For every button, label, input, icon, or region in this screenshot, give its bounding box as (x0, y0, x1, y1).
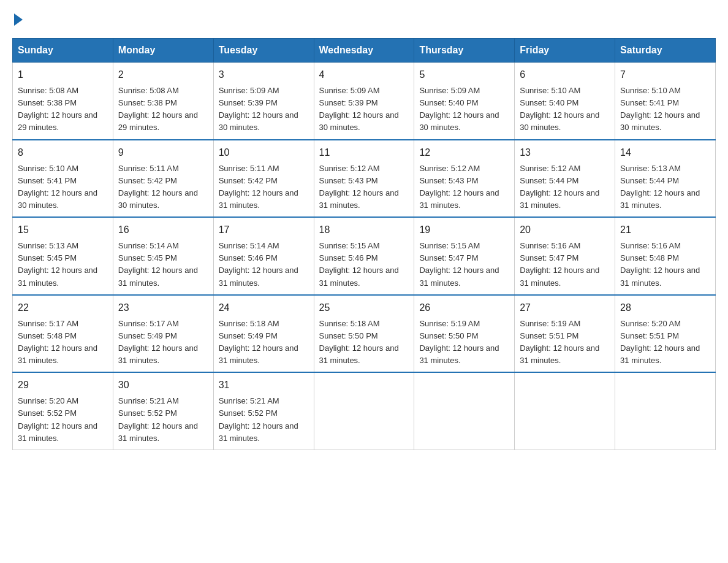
day-info: Sunrise: 5:11 AMSunset: 5:42 PMDaylight:… (118, 164, 198, 210)
page-header (12, 12, 716, 26)
header-wednesday: Wednesday (314, 39, 414, 63)
day-cell: 20 Sunrise: 5:16 AMSunset: 5:47 PMDaylig… (515, 217, 615, 295)
day-number: 12 (419, 145, 509, 160)
day-cell: 22 Sunrise: 5:17 AMSunset: 5:48 PMDaylig… (13, 295, 113, 373)
day-info: Sunrise: 5:21 AMSunset: 5:52 PMDaylight:… (219, 396, 298, 442)
day-number: 4 (319, 67, 409, 82)
day-cell: 9 Sunrise: 5:11 AMSunset: 5:42 PMDayligh… (113, 140, 213, 218)
day-cell: 15 Sunrise: 5:13 AMSunset: 5:45 PMDaylig… (13, 217, 113, 295)
day-number: 30 (118, 378, 208, 393)
day-number: 28 (620, 301, 710, 315)
day-cell: 19 Sunrise: 5:15 AMSunset: 5:47 PMDaylig… (414, 217, 515, 295)
day-info: Sunrise: 5:19 AMSunset: 5:51 PMDaylight:… (520, 319, 599, 365)
day-info: Sunrise: 5:15 AMSunset: 5:47 PMDaylight:… (419, 241, 499, 287)
day-cell: 29 Sunrise: 5:20 AMSunset: 5:52 PMDaylig… (13, 372, 113, 450)
day-number: 25 (319, 301, 409, 315)
week-row-2: 8 Sunrise: 5:10 AMSunset: 5:41 PMDayligh… (13, 140, 716, 218)
day-cell: 28 Sunrise: 5:20 AMSunset: 5:51 PMDaylig… (615, 295, 716, 373)
day-cell: 10 Sunrise: 5:11 AMSunset: 5:42 PMDaylig… (213, 140, 314, 218)
day-info: Sunrise: 5:10 AMSunset: 5:41 PMDaylight:… (18, 164, 97, 210)
header-row: SundayMondayTuesdayWednesdayThursdayFrid… (13, 39, 716, 63)
header-tuesday: Tuesday (213, 39, 314, 63)
day-cell: 16 Sunrise: 5:14 AMSunset: 5:45 PMDaylig… (113, 217, 213, 295)
day-cell: 4 Sunrise: 5:09 AMSunset: 5:39 PMDayligh… (314, 63, 414, 140)
header-friday: Friday (515, 39, 615, 63)
day-number: 16 (118, 223, 208, 237)
day-number: 21 (620, 223, 710, 237)
day-info: Sunrise: 5:12 AMSunset: 5:44 PMDaylight:… (520, 164, 599, 210)
day-info: Sunrise: 5:12 AMSunset: 5:43 PMDaylight:… (419, 164, 499, 210)
day-number: 13 (520, 145, 610, 160)
header-thursday: Thursday (414, 39, 515, 63)
week-row-1: 1 Sunrise: 5:08 AMSunset: 5:38 PMDayligh… (13, 63, 716, 140)
header-monday: Monday (113, 39, 213, 63)
day-number: 24 (219, 301, 309, 315)
day-info: Sunrise: 5:09 AMSunset: 5:39 PMDaylight:… (219, 86, 298, 132)
day-info: Sunrise: 5:13 AMSunset: 5:44 PMDaylight:… (620, 164, 700, 210)
logo (12, 12, 23, 26)
day-info: Sunrise: 5:10 AMSunset: 5:40 PMDaylight:… (520, 86, 599, 132)
day-number: 8 (18, 145, 108, 160)
day-number: 15 (18, 223, 108, 237)
day-number: 26 (419, 301, 509, 315)
day-info: Sunrise: 5:18 AMSunset: 5:50 PMDaylight:… (319, 319, 399, 365)
day-number: 7 (620, 67, 710, 82)
day-cell: 7 Sunrise: 5:10 AMSunset: 5:41 PMDayligh… (615, 63, 716, 140)
header-saturday: Saturday (615, 39, 716, 63)
day-cell: 23 Sunrise: 5:17 AMSunset: 5:49 PMDaylig… (113, 295, 213, 373)
day-number: 19 (419, 223, 509, 237)
day-number: 17 (219, 223, 309, 237)
day-cell: 6 Sunrise: 5:10 AMSunset: 5:40 PMDayligh… (515, 63, 615, 140)
day-number: 14 (620, 145, 710, 160)
day-cell: 13 Sunrise: 5:12 AMSunset: 5:44 PMDaylig… (515, 140, 615, 218)
day-cell: 5 Sunrise: 5:09 AMSunset: 5:40 PMDayligh… (414, 63, 515, 140)
week-row-4: 22 Sunrise: 5:17 AMSunset: 5:48 PMDaylig… (13, 295, 716, 373)
day-cell: 2 Sunrise: 5:08 AMSunset: 5:38 PMDayligh… (113, 63, 213, 140)
day-cell: 14 Sunrise: 5:13 AMSunset: 5:44 PMDaylig… (615, 140, 716, 218)
day-cell: 30 Sunrise: 5:21 AMSunset: 5:52 PMDaylig… (113, 372, 213, 450)
day-number: 2 (118, 67, 208, 82)
day-number: 10 (219, 145, 309, 160)
day-number: 6 (520, 67, 610, 82)
day-info: Sunrise: 5:13 AMSunset: 5:45 PMDaylight:… (18, 241, 97, 287)
day-number: 1 (18, 67, 108, 82)
day-cell: 25 Sunrise: 5:18 AMSunset: 5:50 PMDaylig… (314, 295, 414, 373)
day-info: Sunrise: 5:20 AMSunset: 5:51 PMDaylight:… (620, 319, 700, 365)
day-info: Sunrise: 5:17 AMSunset: 5:49 PMDaylight:… (118, 319, 198, 365)
day-number: 23 (118, 301, 208, 315)
day-number: 18 (319, 223, 409, 237)
day-cell: 17 Sunrise: 5:14 AMSunset: 5:46 PMDaylig… (213, 217, 314, 295)
day-cell: 31 Sunrise: 5:21 AMSunset: 5:52 PMDaylig… (213, 372, 314, 450)
day-number: 27 (520, 301, 610, 315)
day-info: Sunrise: 5:19 AMSunset: 5:50 PMDaylight:… (419, 319, 499, 365)
day-info: Sunrise: 5:21 AMSunset: 5:52 PMDaylight:… (118, 396, 198, 442)
header-sunday: Sunday (13, 39, 113, 63)
day-cell: 12 Sunrise: 5:12 AMSunset: 5:43 PMDaylig… (414, 140, 515, 218)
day-cell: 8 Sunrise: 5:10 AMSunset: 5:41 PMDayligh… (13, 140, 113, 218)
day-cell: 3 Sunrise: 5:09 AMSunset: 5:39 PMDayligh… (213, 63, 314, 140)
day-info: Sunrise: 5:09 AMSunset: 5:39 PMDaylight:… (319, 86, 399, 132)
day-info: Sunrise: 5:20 AMSunset: 5:52 PMDaylight:… (18, 396, 97, 442)
day-cell: 27 Sunrise: 5:19 AMSunset: 5:51 PMDaylig… (515, 295, 615, 373)
day-number: 11 (319, 145, 409, 160)
day-cell: 1 Sunrise: 5:08 AMSunset: 5:38 PMDayligh… (13, 63, 113, 140)
day-info: Sunrise: 5:16 AMSunset: 5:47 PMDaylight:… (520, 241, 599, 287)
day-cell (615, 372, 716, 450)
day-info: Sunrise: 5:12 AMSunset: 5:43 PMDaylight:… (319, 164, 399, 210)
day-info: Sunrise: 5:16 AMSunset: 5:48 PMDaylight:… (620, 241, 700, 287)
day-number: 31 (219, 378, 309, 393)
day-info: Sunrise: 5:15 AMSunset: 5:46 PMDaylight:… (319, 241, 399, 287)
day-cell: 11 Sunrise: 5:12 AMSunset: 5:43 PMDaylig… (314, 140, 414, 218)
day-info: Sunrise: 5:08 AMSunset: 5:38 PMDaylight:… (118, 86, 198, 132)
day-number: 9 (118, 145, 208, 160)
day-cell: 18 Sunrise: 5:15 AMSunset: 5:46 PMDaylig… (314, 217, 414, 295)
day-cell (515, 372, 615, 450)
day-info: Sunrise: 5:11 AMSunset: 5:42 PMDaylight:… (219, 164, 298, 210)
day-info: Sunrise: 5:17 AMSunset: 5:48 PMDaylight:… (18, 319, 97, 365)
day-number: 22 (18, 301, 108, 315)
day-number: 29 (18, 378, 108, 393)
day-info: Sunrise: 5:14 AMSunset: 5:46 PMDaylight:… (219, 241, 298, 287)
day-info: Sunrise: 5:08 AMSunset: 5:38 PMDaylight:… (18, 86, 97, 132)
week-row-5: 29 Sunrise: 5:20 AMSunset: 5:52 PMDaylig… (13, 372, 716, 450)
day-number: 20 (520, 223, 610, 237)
